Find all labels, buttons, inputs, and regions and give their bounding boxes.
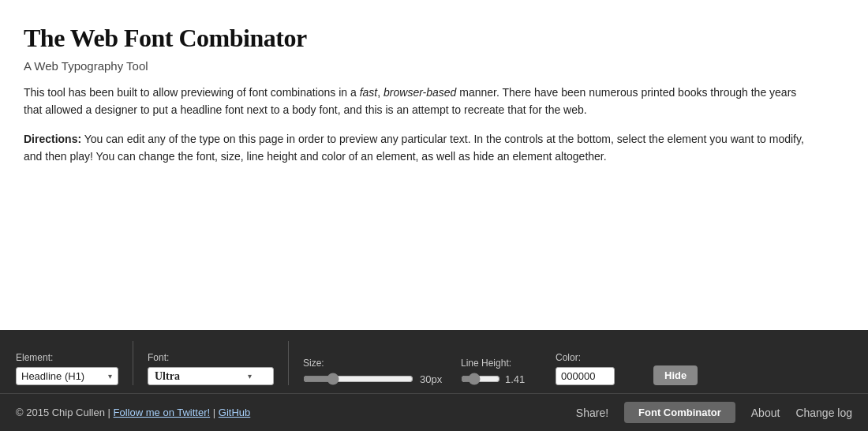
footer-left: © 2015 Chip Cullen | Follow me on Twitte… xyxy=(16,407,250,418)
directions-body: You can edit any of the type on this pag… xyxy=(24,133,804,163)
changelog-link[interactable]: Change log xyxy=(795,407,852,419)
page-title: The Web Font Combinator xyxy=(24,24,813,53)
dropdown-arrow-icon: ▾ xyxy=(108,372,112,380)
font-label: Font: xyxy=(148,352,274,363)
font-dropdown-arrow-icon: ▾ xyxy=(248,372,252,380)
separator-1 xyxy=(133,341,133,385)
twitter-link[interactable]: Follow me on Twitter! xyxy=(114,407,211,418)
font-select-wrapper[interactable]: Ultra Georgia Arial Times New Roman ▾ xyxy=(148,367,274,385)
lineheight-label: Line Height: xyxy=(461,358,556,369)
about-link[interactable]: About xyxy=(751,407,780,419)
size-control: 30px xyxy=(303,373,461,385)
element-select[interactable]: Headline (H1) Subheadline (H2) Body xyxy=(21,370,105,382)
font-combinator-button[interactable]: Font Combinator xyxy=(624,402,735,423)
share-label: Share! xyxy=(576,407,608,419)
lineheight-control: 1.41 xyxy=(461,373,556,385)
color-label: Color: xyxy=(556,352,642,363)
size-label: Size: xyxy=(303,358,461,369)
font-select[interactable]: Ultra Georgia Arial Times New Roman xyxy=(155,370,245,382)
size-group: Size: 30px xyxy=(303,358,461,385)
hide-button[interactable]: Hide xyxy=(653,365,698,385)
font-group: Font: Ultra Georgia Arial Times New Roma… xyxy=(148,352,274,385)
footer-separator-1: | xyxy=(108,407,114,418)
element-select-wrapper[interactable]: Headline (H1) Subheadline (H2) Body ▾ xyxy=(16,367,118,385)
github-link[interactable]: GitHub xyxy=(219,407,250,418)
color-group: Color: xyxy=(556,352,642,385)
size-slider[interactable] xyxy=(303,373,413,385)
hide-group: Hide xyxy=(653,365,698,385)
lineheight-value: 1.41 xyxy=(505,373,525,385)
separator-2 xyxy=(288,341,289,385)
controls-bar: Element: Headline (H1) Subheadline (H2) … xyxy=(0,330,868,393)
directions-text: Directions: You can edit any of the type… xyxy=(24,130,813,166)
lineheight-slider[interactable] xyxy=(461,373,500,385)
size-value: 30px xyxy=(420,373,445,385)
footer-right: Share! Font Combinator About Change log xyxy=(576,402,852,423)
subtitle: A Web Typography Tool xyxy=(24,59,813,73)
main-content: The Web Font Combinator A Web Typography… xyxy=(0,0,836,330)
color-input[interactable] xyxy=(556,367,615,385)
element-group: Element: Headline (H1) Subheadline (H2) … xyxy=(16,352,118,385)
footer-separator-2: | xyxy=(213,407,219,418)
copyright: © 2015 Chip Cullen xyxy=(16,407,105,418)
lineheight-group: Line Height: 1.41 xyxy=(461,358,556,385)
description-text: This tool has been built to allow previe… xyxy=(24,84,813,119)
directions-bold: Directions: xyxy=(24,133,81,145)
element-label: Element: xyxy=(16,352,118,363)
footer: © 2015 Chip Cullen | Follow me on Twitte… xyxy=(0,393,868,431)
